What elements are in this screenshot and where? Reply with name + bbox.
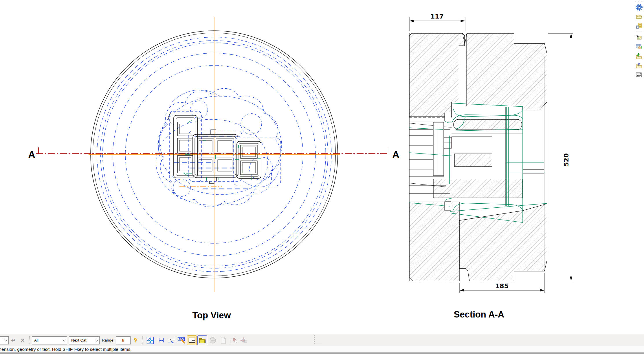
centerlines[interactable] xyxy=(89,17,340,292)
chevron-down-icon xyxy=(63,338,66,341)
help-button[interactable]: ? xyxy=(131,336,140,345)
bottom-toolbar: ↩ ✕ All Next Cat Range: ? xyxy=(0,334,644,346)
section-view-label[interactable]: Section A-A xyxy=(454,309,504,320)
window-bottom-edge xyxy=(0,353,644,354)
toolbar-divider xyxy=(314,344,322,344)
toolbar-grip-handle[interactable] xyxy=(314,335,315,344)
export-folder-icon[interactable] xyxy=(635,61,643,70)
svg-text:185: 185 xyxy=(495,282,509,290)
svg-text:520: 520 xyxy=(563,153,570,167)
section-marker-a-right[interactable]: A xyxy=(392,149,399,160)
dimension-ordinate-icon[interactable]: 5 xyxy=(166,335,176,345)
section-cut-line[interactable] xyxy=(36,147,389,154)
svg-text:117: 117 xyxy=(430,13,444,20)
viewport-toggle-icon[interactable] xyxy=(187,335,197,345)
layer-folder-icon[interactable] xyxy=(197,335,207,345)
status-message: mension, geometry or text. Hold SHIFT-ke… xyxy=(0,347,132,352)
chevron-down-icon xyxy=(4,338,7,341)
save-file-icon[interactable] xyxy=(635,22,643,30)
range-label: Range: xyxy=(102,338,115,342)
new-sheet-icon xyxy=(218,335,228,345)
top-view-label[interactable]: Top View xyxy=(192,310,231,320)
toolbar-separator xyxy=(142,336,143,344)
filter-dropdown-value: All xyxy=(34,338,38,342)
mini-dropdown[interactable] xyxy=(0,336,9,344)
section-hatched-blocks[interactable] xyxy=(409,33,547,281)
export-view-icon xyxy=(229,335,238,345)
cluster-hidden-geometry[interactable] xyxy=(156,88,282,207)
toolbar-separator xyxy=(636,32,642,32)
fit-view-icon[interactable] xyxy=(145,335,155,345)
chevron-down-icon xyxy=(95,338,98,341)
dimension-horizontal-icon[interactable] xyxy=(156,335,166,345)
top-view[interactable]: A A xyxy=(28,17,399,292)
cluster-pockets[interactable] xyxy=(168,113,261,184)
range-input[interactable] xyxy=(116,336,131,344)
dimension-520[interactable]: 520 xyxy=(548,33,573,281)
settings-gear-icon[interactable] xyxy=(635,3,643,11)
status-bar: mension, geometry or text. Hold SHIFT-ke… xyxy=(0,346,644,352)
text-edit-icon[interactable]: ABC xyxy=(177,335,186,345)
filter-dropdown[interactable]: All xyxy=(32,336,67,344)
sheet-edit-icon[interactable] xyxy=(635,43,643,51)
render-sphere-icon xyxy=(208,335,218,345)
delete-button[interactable]: ✕ xyxy=(18,336,27,344)
image-select-icon[interactable] xyxy=(635,34,643,42)
open-file-icon[interactable] xyxy=(635,12,643,21)
category-dropdown[interactable]: Next Cat xyxy=(69,336,100,344)
category-dropdown-value: Next Cat xyxy=(71,338,87,342)
undo-button[interactable]: ↩ xyxy=(9,336,18,344)
right-toolbar xyxy=(635,0,643,79)
section-marker-a-left[interactable]: A xyxy=(28,149,35,160)
clip-bounds-icon xyxy=(239,335,249,345)
update-view-icon[interactable] xyxy=(635,71,643,79)
import-folder-icon[interactable] xyxy=(635,52,643,60)
drawing-canvas[interactable]: A A xyxy=(0,0,644,334)
section-view[interactable]: 117 520 185 xyxy=(409,13,573,293)
dimension-117[interactable]: 117 xyxy=(409,13,465,31)
cad-application-window: A A xyxy=(0,0,644,354)
toolbar-grip-handle[interactable] xyxy=(635,1,643,1)
toolbar-separator xyxy=(29,336,30,344)
